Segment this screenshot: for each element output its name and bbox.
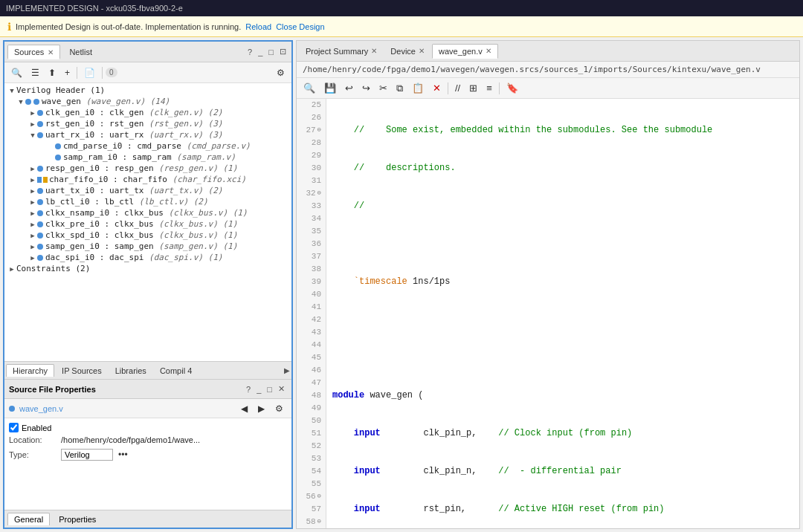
expand-arrow[interactable] [28, 210, 37, 217]
fold-58[interactable]: ⊖ [317, 516, 321, 528]
tab-sources[interactable]: Sources ✕ [7, 45, 60, 59]
hierarchy-button[interactable]: ☰ [28, 65, 43, 80]
search-toolbar-btn[interactable]: 🔍 [300, 80, 319, 96]
tree-item-verilog-header[interactable]: Verilog Header (1) [4, 85, 291, 96]
tree-item-uart-tx[interactable]: uart_tx_i0 : uart_tx (uart_tx.v) (2) [4, 185, 291, 196]
hier-tab-ip-sources[interactable]: IP Sources [56, 365, 108, 377]
search-button[interactable]: 🔍 [7, 65, 26, 80]
tree-item-constraints[interactable]: Constraints (2) [4, 263, 291, 274]
expand-arrow[interactable] [28, 109, 37, 117]
question-button[interactable]: ? [245, 47, 254, 57]
tree-item-samp-gen[interactable]: samp_gen_i0 : samp_gen (samp_gen.v) (1) [4, 241, 291, 252]
tab-netlist[interactable]: Netlist [63, 45, 98, 59]
tree-item-wave-gen[interactable]: wave_gen (wave_gen.v) (14) [4, 96, 291, 107]
expand-arrow[interactable] [28, 165, 37, 172]
tree-item-dac-spi[interactable]: dac_spi_i0 : dac_spi (dac_spi.v) (1) [4, 252, 291, 263]
fold-32[interactable]: ⊖ [317, 187, 321, 200]
tree-item-clkx-spd[interactable]: clkx_spd_i0 : clkx_bus (clkx_bus.v) (1) [4, 230, 291, 241]
sfp-question[interactable]: ? [244, 384, 253, 395]
ln-44: 44 [301, 339, 321, 351]
tree-item-rst-gen[interactable]: rst_gen_i0 : rst_gen (rst_gen.v) (3) [4, 118, 291, 129]
expand-arrow[interactable] [28, 221, 37, 228]
expand-arrow[interactable] [28, 176, 37, 184]
fold-27[interactable]: ⊖ [317, 124, 321, 137]
expand-arrow[interactable] [28, 232, 37, 239]
expand-arrow[interactable] [16, 98, 25, 106]
info-bar: ℹ Implemented Design is out-of-date. Imp… [0, 16, 803, 37]
collapse-button[interactable]: ⬆ [45, 65, 59, 80]
bookmark-btn[interactable]: 🔖 [503, 80, 522, 96]
save-btn[interactable]: 💾 [320, 80, 340, 96]
sfp-tab-properties[interactable]: Properties [53, 513, 102, 525]
ln-26: 26 [301, 111, 321, 124]
tab-project-summary[interactable]: Project Summary ✕ [300, 45, 383, 58]
hier-tab-libraries[interactable]: Libraries [109, 365, 152, 377]
sfp-close[interactable]: ✕ [276, 383, 287, 395]
expand-arrow[interactable] [7, 87, 16, 94]
paste-btn[interactable]: 📋 [408, 80, 428, 96]
hier-tab-compil[interactable]: Compil 4 [154, 365, 198, 377]
module-dot2 [33, 99, 39, 105]
sources-tab-close[interactable]: ✕ [48, 48, 54, 56]
tree-item-lb-ctl[interactable]: lb_ctl_i0 : lb_ctl (lb_ctl.v) (2) [4, 196, 291, 207]
tab-wave-gen[interactable]: wave_gen.v ✕ [432, 44, 498, 59]
sfp-type-row: Type: ••• [9, 446, 287, 464]
sfp-restore[interactable]: □ [265, 384, 274, 395]
tree-item-cmd-parse[interactable]: cmd_parse_i0 : cmd_parse (cmd_parse.v) [4, 140, 291, 152]
tab-close-project-summary[interactable]: ✕ [371, 47, 377, 55]
ln-51: 51 [301, 427, 321, 440]
sources-tree[interactable]: Verilog Header (1) wave_gen (wave_gen.v)… [4, 83, 291, 361]
tab-close-wave-gen[interactable]: ✕ [486, 47, 491, 55]
sfp-settings[interactable]: ⚙ [271, 401, 287, 416]
sfp-forward[interactable]: ▶ [254, 401, 268, 416]
tree-item-samp-ram[interactable]: samp_ram_i0 : samp_ram (samp_ram.v) [4, 152, 291, 163]
align-btn[interactable]: ≡ [483, 80, 496, 96]
copy-btn[interactable]: ⧉ [393, 80, 407, 97]
sfp-minimize[interactable]: _ [254, 384, 263, 395]
add-button[interactable]: + [61, 65, 74, 80]
more-tabs-button[interactable]: ▶ [284, 366, 290, 374]
reload-link[interactable]: Reload [245, 22, 271, 31]
tree-item-resp-gen[interactable]: resp_gen_i0 : resp_gen (resp_gen.v) (1) [4, 163, 291, 174]
undo-btn[interactable]: ↩ [341, 80, 357, 96]
sources-panel: Sources ✕ Netlist ? _ □ ⊡ 🔍 ☰ ⬆ [4, 42, 291, 379]
delete-btn[interactable]: ✕ [429, 80, 445, 96]
tab-close-device[interactable]: ✕ [419, 47, 425, 55]
file-button[interactable]: 📄 [80, 65, 99, 80]
tree-item-clk-gen[interactable]: clk_gen_i0 : clk_gen (clk_gen.v) (2) [4, 107, 291, 118]
format-btn[interactable]: ⊞ [465, 80, 481, 96]
code-area[interactable]: 25 26 27⊖ 28 29 30 31 32⊖ 33 34 35 36 37… [297, 99, 799, 528]
expand-arrow[interactable] [28, 120, 37, 128]
comment-btn[interactable]: // [451, 80, 464, 96]
sfp-type-input[interactable] [61, 449, 113, 461]
tree-item-uart-rx[interactable]: uart_rx_i0 : uart_rx (uart_rx.v) (3) [4, 129, 291, 140]
tree-item-clkx-pre[interactable]: clkx_pre_i0 : clkx_bus (clkx_bus.v) (1) [4, 218, 291, 230]
sfp-back[interactable]: ◀ [237, 401, 251, 416]
expand-arrow[interactable] [28, 243, 37, 250]
cut-btn[interactable]: ✂ [375, 80, 391, 96]
hier-tab-hierarchy[interactable]: Hierarchy [6, 364, 54, 377]
expand-arrow[interactable] [28, 132, 37, 139]
fold-56[interactable]: ⊖ [317, 490, 321, 503]
maximize-button[interactable]: ⊡ [277, 46, 288, 57]
module-dot [25, 99, 31, 105]
ln-28: 28 [301, 137, 321, 149]
minimize-button[interactable]: _ [256, 47, 265, 57]
tree-item-char-fifo[interactable]: char_fifo_i0 : char_fifo (char_fifo.xci) [4, 174, 291, 185]
leaf-dot [37, 210, 43, 216]
sfp-enabled-checkbox[interactable] [9, 423, 19, 432]
tab-device[interactable]: Device ✕ [384, 45, 430, 58]
expand-arrow[interactable] [28, 187, 37, 195]
expand-arrow[interactable] [28, 254, 37, 262]
ln-40: 40 [301, 288, 321, 301]
expand-arrow[interactable] [28, 198, 37, 206]
sfp-type-menu[interactable]: ••• [115, 447, 132, 462]
tree-item-clkx-nsamp[interactable]: clkx_nsamp_i0 : clkx_bus (clkx_bus.v) (1… [4, 207, 291, 218]
expand-arrow[interactable] [7, 265, 16, 273]
close-design-link[interactable]: Close Design [276, 22, 324, 31]
code-content[interactable]: // Some exist, embedded within the submo… [326, 99, 799, 528]
sfp-tab-general[interactable]: General [7, 513, 50, 525]
restore-button[interactable]: □ [266, 47, 276, 57]
settings-button[interactable]: ⚙ [273, 65, 288, 80]
redo-btn[interactable]: ↪ [358, 80, 374, 96]
